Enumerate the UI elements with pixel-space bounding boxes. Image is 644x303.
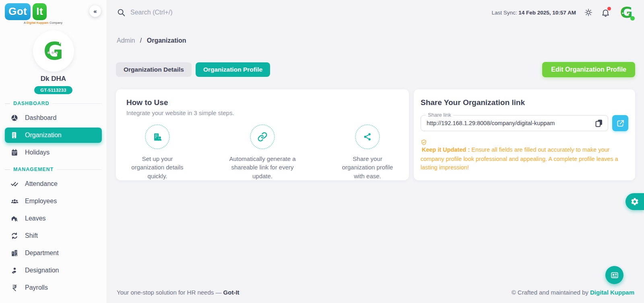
gear-icon	[630, 197, 639, 206]
avatar-dots-decoration	[622, 12, 630, 14]
navbar-right: Last Sync: 14 Feb 2025, 10:57 AM G	[491, 4, 634, 21]
calendar-icon	[10, 148, 19, 157]
step-circle	[145, 124, 170, 149]
online-status-dot	[630, 16, 635, 21]
sidebar-item-label: Payrolls	[25, 284, 48, 291]
footer-right-text: © Crafted and maintained by	[512, 289, 590, 296]
logo-it-box: It	[33, 3, 47, 20]
sidebar-item-payrolls[interactable]: Payrolls	[5, 280, 102, 295]
edit-organization-profile-button[interactable]: Edit Organization Profile	[542, 62, 635, 77]
share-link-row: Share link	[421, 115, 628, 131]
footer-brand-link[interactable]: Digital Kuppam	[590, 289, 634, 296]
note-title: Keep it Updated :	[422, 146, 470, 153]
user-profile-block: G Dk DHA GT-5113233	[0, 32, 107, 94]
leave-home-icon	[10, 214, 19, 223]
step-circle	[250, 124, 275, 149]
step-text: Automatically generate a shareable link …	[222, 155, 303, 180]
double-check-icon	[10, 180, 19, 188]
shield-check-icon	[421, 139, 628, 146]
sidebar-nav: DASHBOARD Dashboard Organization Holiday…	[0, 101, 107, 295]
sidebar-collapse-button[interactable]: «	[89, 5, 101, 17]
footer-right: © Crafted and maintained by Digital Kupp…	[512, 289, 634, 296]
breadcrumb-separator: /	[140, 37, 142, 44]
step-text: Share your organization profile with eas…	[337, 155, 398, 180]
sidebar-item-shift[interactable]: Shift	[5, 228, 102, 243]
nav-section-management: MANAGEMENT	[5, 167, 102, 172]
sidebar-item-designation[interactable]: Designation	[5, 263, 102, 278]
sidebar-item-department[interactable]: Department	[5, 245, 102, 261]
tabs-row: Organization Details Organization Profil…	[116, 62, 635, 77]
share-card-title: Share Your Organization link	[421, 98, 628, 107]
sun-icon	[584, 8, 593, 17]
footer-left-text: Your one-stop solution for HR needs —	[117, 289, 223, 296]
user-id-badge: GT-5113233	[34, 86, 72, 94]
news-fab-button[interactable]	[605, 266, 623, 284]
share-link-card: Share Your Organization link Share link	[414, 89, 635, 180]
sidebar-item-label: Employees	[25, 198, 57, 205]
open-share-link-button[interactable]	[612, 115, 628, 131]
how-to-use-subtitle: Integrate your website in 3 simple steps…	[126, 109, 398, 116]
sidebar-item-label: Designation	[25, 267, 59, 274]
page-content: Admin / Organization Organization Detail…	[107, 25, 644, 289]
copy-icon	[594, 118, 604, 128]
tagline-suffix: Company	[50, 21, 62, 25]
footer-left-brand: Got-It	[223, 289, 239, 296]
avatar-chart-decoration	[59, 39, 64, 44]
main-area: Last Sync: 14 Feb 2025, 10:57 AM G	[107, 0, 644, 303]
navbar-avatar[interactable]: G	[618, 4, 634, 21]
step-text: Set up your organization details quickly…	[127, 155, 188, 180]
share-link-field: Share link	[421, 115, 608, 131]
avatar: G	[35, 32, 72, 70]
tab-organization-profile[interactable]: Organization Profile	[196, 62, 270, 77]
user-name: Dk DHA	[0, 75, 107, 83]
sidebar-item-attendance[interactable]: Attendance	[5, 176, 102, 192]
breadcrumb: Admin / Organization	[117, 37, 634, 44]
sidebar-item-label: Shift	[25, 232, 38, 239]
sidebar-item-leaves[interactable]: Leaves	[5, 211, 102, 226]
sidebar-item-label: Attendance	[25, 180, 58, 188]
how-to-use-title: How to Use	[126, 98, 398, 107]
search-input[interactable]	[130, 9, 259, 16]
step-circle	[355, 124, 380, 149]
share-link-input[interactable]	[427, 120, 594, 126]
department-icon	[10, 249, 19, 257]
sidebar: Got It A Digital Kuppam Company « G Dk D…	[0, 0, 107, 303]
logo-got-box: Got	[5, 3, 31, 20]
building-user-icon	[152, 132, 163, 142]
avatar-dots-decoration	[47, 52, 58, 54]
sidebar-item-dashboard[interactable]: Dashboard	[5, 110, 102, 126]
tagline-brand: Digital Kuppam	[27, 21, 49, 25]
sidebar-item-employees[interactable]: Employees	[5, 194, 102, 209]
copy-link-button[interactable]	[594, 118, 604, 128]
last-sync-value: 14 Feb 2025, 10:57 AM	[518, 10, 576, 16]
top-navbar: Last Sync: 14 Feb 2025, 10:57 AM G	[107, 0, 644, 25]
customizer-toggle-button[interactable]	[625, 193, 644, 210]
search-bar	[117, 8, 259, 17]
sidebar-item-holidays[interactable]: Holidays	[5, 145, 102, 160]
last-sync-label: Last Sync:	[491, 10, 517, 16]
sidebar-item-label: Dashboard	[25, 114, 56, 122]
sidebar-item-label: Organization	[25, 132, 62, 139]
sidebar-item-organization[interactable]: Organization	[5, 128, 102, 143]
share-link-label: Share link	[426, 112, 453, 118]
logo-tagline: A Digital Kuppam Company	[5, 21, 62, 25]
step-setup: Set up your organization details quickly…	[127, 124, 188, 180]
theme-toggle-button[interactable]	[584, 8, 593, 17]
gauge-icon	[10, 114, 19, 122]
step-generate-link: Automatically generate a shareable link …	[222, 124, 303, 180]
chevrons-left-icon: «	[93, 8, 97, 14]
link-icon	[257, 132, 268, 142]
share-nodes-icon	[363, 132, 372, 142]
cards-row: How to Use Integrate your website in 3 s…	[116, 89, 635, 180]
sidebar-item-label: Department	[25, 249, 59, 257]
notifications-button[interactable]	[601, 8, 610, 17]
breadcrumb-admin[interactable]: Admin	[117, 37, 135, 44]
search-icon	[117, 8, 126, 17]
rupee-icon	[10, 284, 19, 292]
last-sync: Last Sync: 14 Feb 2025, 10:57 AM	[491, 10, 576, 16]
sidebar-item-label: Holidays	[25, 149, 50, 156]
app-logo[interactable]: Got It	[5, 3, 102, 20]
newspaper-icon	[610, 271, 619, 280]
tab-organization-details[interactable]: Organization Details	[116, 62, 192, 77]
nav-section-dashboard: DASHBOARD	[5, 101, 102, 106]
